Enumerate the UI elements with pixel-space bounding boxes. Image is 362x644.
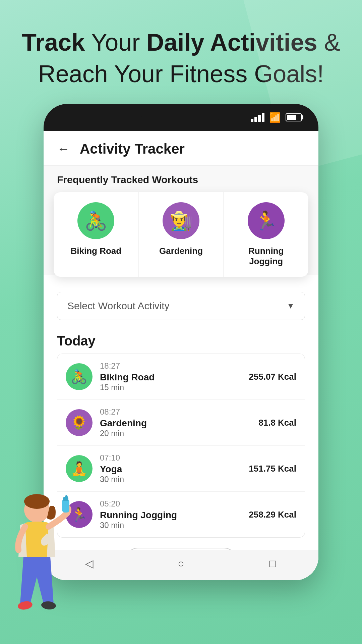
activity-yoga-kcal: 151.75 Kcal (249, 464, 296, 474)
activity-running-time: 05:20 (100, 499, 249, 508)
status-bar: 📶 (44, 104, 318, 131)
workout-card-gardening[interactable]: 👨‍🌾 Gardening (139, 192, 224, 277)
app-title: Activity Tracker (80, 141, 185, 157)
nav-recents-button[interactable]: □ (266, 557, 279, 570)
gardening-label: Gardening (145, 246, 217, 256)
activity-gardening-kcal: 81.8 Kcal (258, 418, 296, 428)
status-icons: 📶 (251, 112, 302, 123)
nav-back-button[interactable]: ◁ (83, 557, 96, 570)
svg-point-6 (65, 495, 68, 499)
hero-text-your: Your (91, 29, 146, 56)
signal-icon (251, 113, 264, 122)
activity-yoga-duration: 30 min (100, 475, 249, 484)
biking-label: Biking Road (60, 246, 132, 256)
dropdown-placeholder: Select Workout Activity (67, 300, 170, 312)
activity-running-duration: 30 min (100, 521, 249, 530)
dropdown-arrow-icon: ▼ (287, 301, 295, 311)
bottom-nav: ◁ ○ □ (44, 550, 318, 580)
workout-card-biking[interactable]: 🚴 Biking Road (54, 192, 139, 277)
notch (141, 104, 221, 122)
activity-biking-icon: 🚴 (66, 363, 93, 390)
battery-icon (286, 113, 302, 121)
activity-list: 🚴 18:27 Biking Road 15 min 255.07 Kcal 🌻… (57, 354, 305, 538)
workout-card-running[interactable]: 🏃 Running Jogging (224, 192, 308, 277)
activity-biking-info: 18:27 Biking Road 15 min (100, 361, 249, 392)
activity-yoga-name: Yoga (100, 464, 249, 475)
activity-item-running[interactable]: 🏃 05:20 Running Jogging 30 min 258.29 Kc… (57, 492, 305, 537)
frequently-section: Frequently Tracked Workouts 🚴 Biking Roa… (44, 166, 318, 277)
activity-biking-name: Biking Road (100, 372, 249, 383)
fitness-figure-svg (0, 490, 80, 631)
today-section: Today 🚴 18:27 Biking Road 15 min 255.07 … (57, 330, 305, 541)
today-title: Today (57, 333, 305, 348)
workout-activity-dropdown[interactable]: Select Workout Activity ▼ (57, 292, 305, 320)
activity-gardening-time: 08:27 (100, 407, 258, 417)
activity-biking-kcal: 255.07 Kcal (249, 372, 296, 382)
gardening-icon: 👨‍🌾 (163, 202, 199, 239)
nav-home-button[interactable]: ○ (174, 557, 188, 570)
fitness-figure (0, 490, 80, 631)
activity-item-gardening[interactable]: 🌻 08:27 Gardening 20 min 81.8 Kcal (57, 400, 305, 446)
svg-point-1 (24, 494, 50, 509)
activity-biking-time: 18:27 (100, 361, 249, 371)
running-icon: 🏃 (248, 202, 285, 239)
activity-biking-duration: 15 min (100, 383, 249, 392)
activity-running-name: Running Jogging (100, 510, 249, 521)
activity-running-info: 05:20 Running Jogging 30 min (100, 499, 249, 530)
activity-yoga-time: 07:10 (100, 453, 249, 463)
activity-yoga-icon: 🧘 (66, 455, 93, 482)
activity-gardening-info: 08:27 Gardening 20 min (100, 407, 258, 438)
svg-point-2 (17, 600, 33, 610)
hero-text-track: Track (22, 29, 85, 56)
phone-mockup: 📶 ← Activity Tracker Frequently Tracked … (44, 104, 318, 580)
app-header: ← Activity Tracker (44, 131, 318, 166)
phone-content: ← Activity Tracker Frequently Tracked Wo… (44, 131, 318, 580)
activity-running-kcal: 258.29 Kcal (249, 509, 296, 520)
wifi-icon: 📶 (269, 112, 281, 123)
main-content: Select Workout Activity ▼ Today 🚴 18:27 … (44, 275, 318, 580)
running-label: Running Jogging (230, 246, 302, 267)
biking-icon: 🚴 (77, 202, 114, 239)
activity-gardening-name: Gardening (100, 418, 258, 429)
activity-gardening-icon: 🌻 (66, 409, 93, 436)
activity-yoga-info: 07:10 Yoga 30 min (100, 453, 249, 484)
activity-gardening-duration: 20 min (100, 429, 258, 438)
section-title: Frequently Tracked Workouts (57, 174, 305, 185)
activity-item-yoga[interactable]: 🧘 07:10 Yoga 30 min 151.75 Kcal (57, 446, 305, 492)
back-button[interactable]: ← (57, 142, 70, 156)
activity-item-biking[interactable]: 🚴 18:27 Biking Road 15 min 255.07 Kcal (57, 354, 305, 400)
dropdown-wrapper: Select Workout Activity ▼ (57, 292, 305, 320)
workout-cards: 🚴 Biking Road 👨‍🌾 Gardening 🏃 Running Jo… (54, 192, 308, 277)
